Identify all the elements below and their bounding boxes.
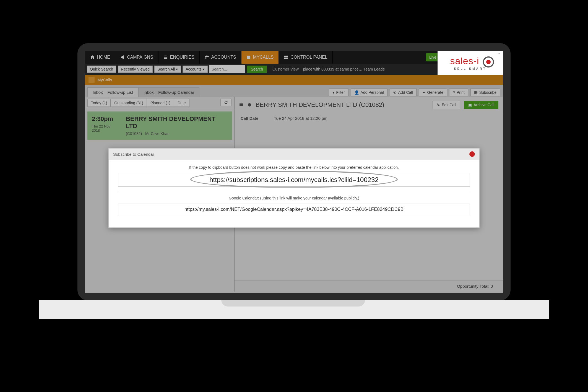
filter-date[interactable]: Date [174, 99, 189, 107]
nav-mycalls-label: MYCALLS [253, 55, 274, 60]
refresh-icon [224, 101, 228, 105]
contact-icon [247, 103, 252, 107]
logo-tagline: SELL SMART [454, 67, 486, 70]
archive-icon: ▣ [468, 103, 472, 107]
quick-search-button[interactable]: Quick Search [87, 66, 116, 73]
company-icon [239, 103, 243, 107]
person-icon: 👤 [354, 90, 359, 95]
calendar-icon: ▦ [474, 90, 478, 95]
filter-outstanding[interactable]: Outstanding (31) [111, 99, 147, 107]
edit-call-button[interactable]: ✎Edit Call [433, 101, 460, 109]
grid-icon [284, 55, 288, 59]
call-date-value: Tue 24 Apr 2018 at 12:20 pm [274, 116, 327, 121]
call-company: BERRY SMITH DEVELOPMENT LTD [126, 115, 228, 130]
detail-title: BERRY SMITH DEVELOPMENT LTD (C01082) [256, 101, 429, 108]
add-call-button[interactable]: ✆Add Call [390, 89, 417, 96]
nav-enquiries[interactable]: ENQUIRIES [158, 51, 200, 64]
news-ticker: place with 800339 at same price… Team Le… [303, 67, 385, 71]
calendar-icon [89, 77, 95, 83]
search-input[interactable] [209, 65, 245, 73]
ics-url-box[interactable]: https://subscriptions.sales-i.com/mycall… [118, 173, 470, 187]
modal-header: Subscribe to Calendar [109, 149, 479, 160]
wand-icon: ✦ [422, 90, 426, 95]
phone-icon: ✆ [393, 90, 397, 95]
nav-home-label: HOME [97, 55, 110, 60]
opp-total-label: Opportunity Total: [457, 284, 489, 289]
bank-icon [205, 55, 209, 59]
home-icon [90, 55, 95, 59]
modal-instruction-2: Google Calendar: (Using this link will m… [118, 196, 470, 200]
tab-followup-calendar[interactable]: Inbox – Follow-up Calendar [138, 87, 199, 97]
call-card[interactable]: 2:30pm Thu 22 Nov 2018 BERRY SMITH DEVEL… [87, 111, 232, 140]
filter-today[interactable]: Today (1) [87, 99, 111, 107]
breadcrumb-label: MyCalls [97, 77, 112, 82]
logo-eye-icon [483, 56, 494, 68]
modal-instruction-1: If the copy to clipboard button does not… [118, 165, 470, 170]
print-button[interactable]: ⎙Print [449, 89, 468, 96]
nav-control-label: CONTROL PANEL [290, 55, 327, 60]
print-icon: ⎙ [453, 90, 455, 95]
brand-logo: sales-i SELL SMART ™ [438, 51, 503, 75]
svg-point-2 [248, 103, 251, 107]
archive-call-button[interactable]: ▣Archive Call [464, 101, 498, 109]
megaphone-icon [120, 55, 125, 59]
call-time: 2:30pm [92, 115, 119, 123]
nav-accounts[interactable]: ACCOUNTS [200, 51, 241, 64]
search-all-dropdown[interactable]: Search All▾ [154, 66, 181, 73]
google-url: https://my.sales-i.com/NET/GoogleCalenda… [184, 207, 404, 212]
modal-close-button[interactable] [469, 151, 475, 157]
list-icon [163, 55, 168, 59]
nav-enquiries-label: ENQUIRIES [170, 55, 194, 60]
laptop-notch [221, 300, 365, 307]
logo-text: sales-i [450, 56, 479, 66]
opp-total-value: 0 [491, 284, 493, 289]
accounts-dropdown[interactable]: Accounts▾ [183, 66, 208, 73]
action-toolbar: ▾Filter 👤Add Personal ✆Add Call ✦Generat… [326, 87, 503, 98]
tab-followup-list[interactable]: Inbox – Follow-up List [87, 87, 138, 97]
breadcrumb: MyCalls [85, 75, 503, 85]
call-date-label: Call Date [241, 116, 274, 121]
modal-title: Subscribe to Calendar [113, 152, 154, 157]
call-date: Thu 22 Nov 2018 [92, 124, 119, 133]
nav-campaigns[interactable]: CAMPAIGNS [115, 51, 158, 64]
pencil-icon: ✎ [437, 103, 440, 107]
nav-mycalls[interactable]: MYCALLS [241, 51, 279, 64]
subscribe-modal: Subscribe to Calendar If the copy to cli… [108, 148, 480, 228]
add-personal-button[interactable]: 👤Add Personal [351, 89, 387, 96]
call-contact: Mr Clive Khan [145, 131, 170, 136]
search-button[interactable]: Search [247, 66, 267, 73]
nav-control-panel[interactable]: CONTROL PANEL [279, 51, 332, 64]
filter-button[interactable]: ▾Filter [329, 89, 348, 96]
generate-button[interactable]: ✦Generate [419, 89, 447, 96]
filter-row: Today (1) Outstanding (31) Planned (1) D… [85, 97, 234, 109]
nav-home[interactable]: HOME [85, 51, 115, 64]
filter-planned[interactable]: Planned (1) [147, 99, 174, 107]
refresh-button[interactable] [220, 99, 231, 106]
google-url-box[interactable]: https://my.sales-i.com/NET/GoogleCalenda… [118, 204, 470, 215]
opportunity-total: Opportunity Total: 0 [235, 281, 503, 292]
call-code: (C01082) [126, 131, 142, 136]
nav-campaigns-label: CAMPAIGNS [127, 55, 153, 60]
trademark: ™ [497, 53, 500, 56]
funnel-icon: ▾ [332, 90, 334, 95]
nav-accounts-label: ACCOUNTS [211, 55, 236, 60]
subscribe-button[interactable]: ▦Subscribe [470, 89, 500, 96]
ics-url: https://subscriptions.sales-i.com/mycall… [209, 176, 379, 183]
recently-viewed-button[interactable]: Recently Viewed [118, 66, 153, 73]
calendar-icon [246, 55, 251, 59]
svg-rect-1 [240, 103, 243, 106]
customer-view-label: Customer View [272, 67, 299, 71]
